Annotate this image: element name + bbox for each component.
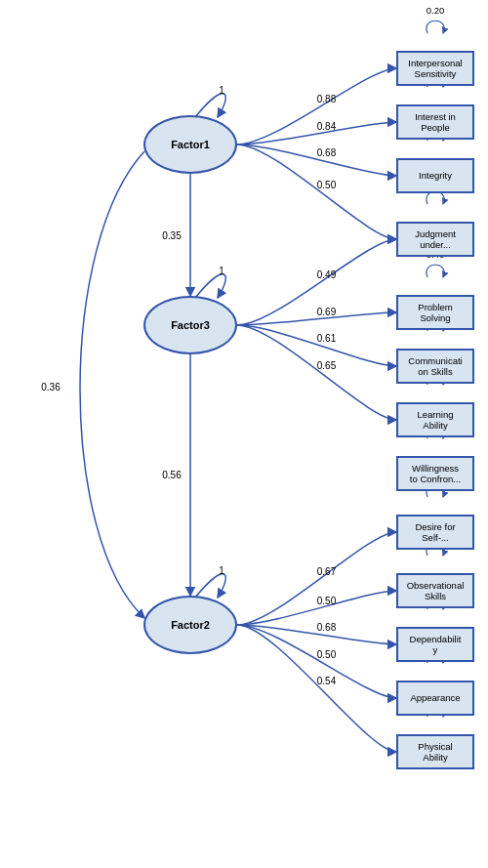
svg-text:1: 1 (219, 565, 224, 576)
svg-text:0.65: 0.65 (317, 360, 337, 371)
outcome-node-o2: Interest inPeople (396, 104, 474, 140)
outcome-node-o8: Willingnessto Confron... (396, 456, 474, 491)
svg-text:0.49: 0.49 (317, 269, 337, 280)
svg-text:0.84: 0.84 (317, 121, 337, 132)
outcome-node-o5: ProblemSolving (396, 295, 474, 330)
svg-text:0.68: 0.68 (317, 147, 337, 158)
outcome-node-o10: ObservationalSkills (396, 573, 474, 608)
svg-text:1: 1 (219, 85, 224, 96)
svg-text:1: 1 (219, 266, 224, 276)
outcome-node-o11: Dependability (396, 627, 474, 662)
svg-text:0.68: 0.68 (317, 622, 337, 633)
factor-node-f1: Factor1 (143, 115, 237, 174)
svg-text:0.54: 0.54 (317, 676, 337, 686)
svg-text:0.35: 0.35 (162, 230, 182, 241)
svg-text:0.50: 0.50 (317, 180, 337, 190)
outcome-node-o7: LearningAbility (396, 402, 474, 437)
svg-text:0.67: 0.67 (317, 566, 337, 577)
outcome-node-o1: InterpersonalSensitivity (396, 51, 474, 86)
factor-node-f2: Factor2 (143, 596, 237, 654)
outcome-node-o13: PhysicalAbility (396, 734, 474, 769)
svg-text:0.50: 0.50 (317, 649, 337, 660)
outcome-node-o9: Desire forSelf-... (396, 515, 474, 550)
svg-text:0.50: 0.50 (317, 596, 337, 606)
svg-text:0.20: 0.20 (427, 5, 445, 16)
svg-text:0.56: 0.56 (162, 470, 182, 480)
outcome-node-o12: Appearance (396, 681, 474, 716)
svg-text:0.69: 0.69 (317, 307, 337, 317)
outcome-node-o3: Integrity (396, 158, 474, 193)
svg-text:0.61: 0.61 (317, 333, 337, 344)
svg-text:0.88: 0.88 (317, 94, 337, 104)
factor-node-f3: Factor3 (143, 296, 237, 354)
svg-text:0.36: 0.36 (41, 382, 61, 393)
outcome-node-o6: Communication Skills (396, 349, 474, 384)
outcome-node-o4: Judgmentunder... (396, 222, 474, 257)
diagram-container: 1110.880.840.680.500.490.690.610.650.670… (0, 0, 488, 868)
